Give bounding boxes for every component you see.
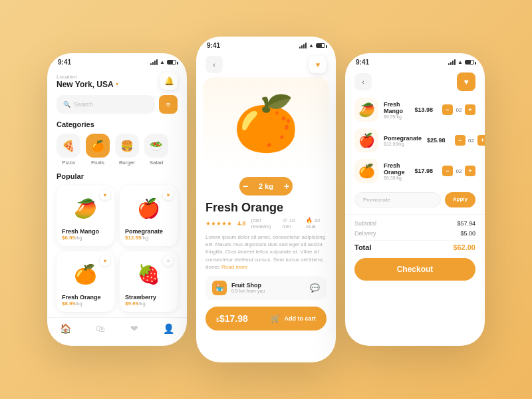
category-fruits[interactable]: 🍊 Fruits [86, 134, 110, 166]
cart-header: ‹ ♥ [345, 68, 485, 95]
chat-icon[interactable]: 💬 [310, 283, 320, 293]
filter-button[interactable]: ≡ [159, 95, 178, 114]
orange-qty-minus[interactable]: − [442, 166, 453, 176]
cart-back-button[interactable]: ‹ [354, 73, 372, 90]
mango-qty-val: 02 [456, 107, 462, 113]
battery-2 [316, 43, 325, 48]
category-burger[interactable]: 🍔 Burger [115, 134, 139, 166]
popular-item-pomegranate[interactable]: ♥ 🍎 Pomegranate $12.99/kg [120, 186, 178, 246]
cart-fav-button[interactable]: ♥ [457, 72, 475, 91]
salad-icon-box: 🥗 [144, 134, 168, 158]
heart-icon-mango[interactable]: ♥ [100, 190, 110, 200]
pizza-icon-box: 🍕 [57, 134, 80, 158]
cart-pom-name: Pomegranate [384, 135, 422, 142]
cart-mango-info: Fresh Mango $6.99/kg [384, 101, 409, 119]
orange-qty-plus[interactable]: + [465, 166, 475, 176]
battery-3 [465, 60, 474, 65]
location-row: Location New York, USA ▾ 🔔 [57, 72, 178, 90]
burger-icon-box: 🍔 [115, 134, 139, 158]
signal-bars-2 [299, 43, 307, 49]
cart-orange-price: $17.98 [414, 168, 433, 174]
total-label: Total [354, 243, 371, 251]
add-to-cart-button[interactable]: 🛒 Add to cart [271, 314, 316, 323]
category-pizza[interactable]: 🍕 Pizza [57, 134, 80, 166]
chevron-down-icon: ▾ [116, 81, 118, 87]
phone-cart: 9:41 ▲ ‹ ♥ 🥭 Fresh Mango $6.99/kg $13.98… [345, 53, 485, 346]
strawberry-price: $9.99/kg [125, 301, 172, 307]
subtotal-row: Subtotal $57.94 [354, 220, 475, 227]
order-summary: Subtotal $57.94 Delivery $5.00 Total $62… [345, 214, 485, 251]
cart-pom-qty: − 02 + [455, 135, 485, 146]
popular-item-orange[interactable]: ♥ 🍊 Fresh Orange $8.99/kg [57, 251, 114, 312]
cart-icon: 🛒 [271, 314, 281, 323]
mango-qty-plus[interactable]: + [465, 104, 475, 115]
cart-item-orange: 🍊 Fresh Orange $8.39/kg $17.98 − 02 + [354, 159, 475, 183]
cart-mango-name: Fresh Mango [384, 101, 409, 114]
heart-icon-pomegranate[interactable]: ♥ [163, 190, 174, 200]
status-bar-2: 9:41 ▲ [196, 37, 336, 52]
filter-icon: ≡ [166, 100, 170, 108]
rating-count: (587 reviews) [251, 217, 277, 229]
heart-icon-orange[interactable]: ♥ [100, 255, 110, 266]
search-icon: 🔍 [63, 101, 70, 108]
time-3: 9:41 [356, 59, 369, 66]
pom-qty-plus[interactable]: + [477, 135, 485, 146]
popular-grid: ♥ 🥭 Fresh Mango $6.99/kg ♥ 🍎 Pomegranate… [57, 186, 178, 312]
cart-orange-name: Fresh Orange [384, 162, 409, 176]
promo-input[interactable]: Promocode [354, 192, 441, 207]
shop-name: Fruit Shop [231, 282, 265, 289]
status-icons-3: ▲ [448, 59, 474, 65]
quantity-stepper[interactable]: − 2 kg + [239, 177, 293, 196]
nav-favorites[interactable]: ❤ [130, 323, 138, 334]
notification-button[interactable]: 🔔 [160, 72, 178, 90]
nav-cart[interactable]: 🛍 [96, 323, 105, 334]
read-more-link[interactable]: Read more [221, 264, 248, 270]
fruits-icon-box: 🍊 [86, 134, 110, 158]
quantity-control: − 2 kg + [196, 177, 336, 196]
cart-mango-unit: $6.99/kg [384, 114, 409, 119]
phone-home: 9:41 ▲ Location New York, USA ▾ 🔔 [47, 53, 187, 346]
product-header: ‹ ♥ [196, 52, 336, 77]
pom-qty-minus[interactable]: − [455, 135, 466, 146]
quantity-value: 2 kg [259, 182, 273, 190]
promo-row: Promocode Apply [345, 192, 485, 207]
subtotal-value: $57.94 [457, 220, 475, 227]
cart-orange-unit: $8.39/kg [384, 176, 409, 180]
nav-home[interactable]: 🏠 [60, 323, 71, 334]
search-placeholder: Search [74, 101, 93, 108]
status-bar-3: 9:41 ▲ [345, 53, 485, 68]
popular-item-strawberry[interactable]: ♥ 🍓 Strawberry $9.99/kg [120, 251, 178, 312]
cart-orange-image: 🍊 [354, 159, 378, 183]
heart-icon-strawberry[interactable]: ♥ [163, 255, 174, 266]
signal-bars-3 [448, 59, 456, 65]
orange-price: $8.99/kg [62, 301, 109, 307]
signal-bars-1 [150, 59, 158, 65]
mango-qty-minus[interactable]: − [442, 104, 453, 115]
pomegranate-price: $12.99/kg [125, 235, 172, 241]
add-to-cart-bar[interactable]: $$17.98 🛒 Add to cart [205, 307, 327, 331]
search-row: 🔍 Search ≡ [57, 95, 178, 114]
back-button[interactable]: ‹ [205, 56, 223, 73]
apply-promo-button[interactable]: Apply [445, 192, 475, 207]
shop-details: Fruit Shop 0.5 km from you [231, 282, 265, 293]
mango-name: Fresh Mango [62, 228, 109, 235]
search-box[interactable]: 🔍 Search [57, 95, 155, 114]
cart-mango-price: $13.98 [414, 106, 433, 113]
favorite-button[interactable]: ♥ [309, 56, 327, 73]
product-image: 🍊 [203, 77, 329, 170]
cart-pom-unit: $12.99/kg [384, 142, 422, 146]
phone-product: 9:41 ▲ ‹ ♥ 🍊 − 2 kg + Fresh Orange ★★★★★… [196, 37, 336, 362]
popular-item-mango[interactable]: ♥ 🥭 Fresh Mango $6.99/kg [57, 186, 114, 246]
cart-pom-info: Pomegranate $12.99/kg [384, 135, 422, 146]
product-content: Fresh Orange ★★★★★ 4.8 (587 reviews) ⏱ 1… [196, 201, 336, 300]
quantity-minus[interactable]: − [243, 181, 248, 192]
cart-mango-image: 🥭 [354, 98, 378, 122]
delivery-label: Delivery [354, 230, 376, 237]
quantity-plus[interactable]: + [284, 181, 289, 192]
time-2: 9:41 [207, 42, 220, 49]
checkout-button[interactable]: Checkout [354, 258, 475, 281]
categories-list: 🍕 Pizza 🍊 Fruits 🍔 Burger 🥗 Salad [57, 134, 178, 166]
nav-profile[interactable]: 👤 [163, 323, 174, 334]
subtotal-label: Subtotal [354, 220, 376, 227]
category-salad[interactable]: 🥗 Salad [144, 134, 168, 166]
